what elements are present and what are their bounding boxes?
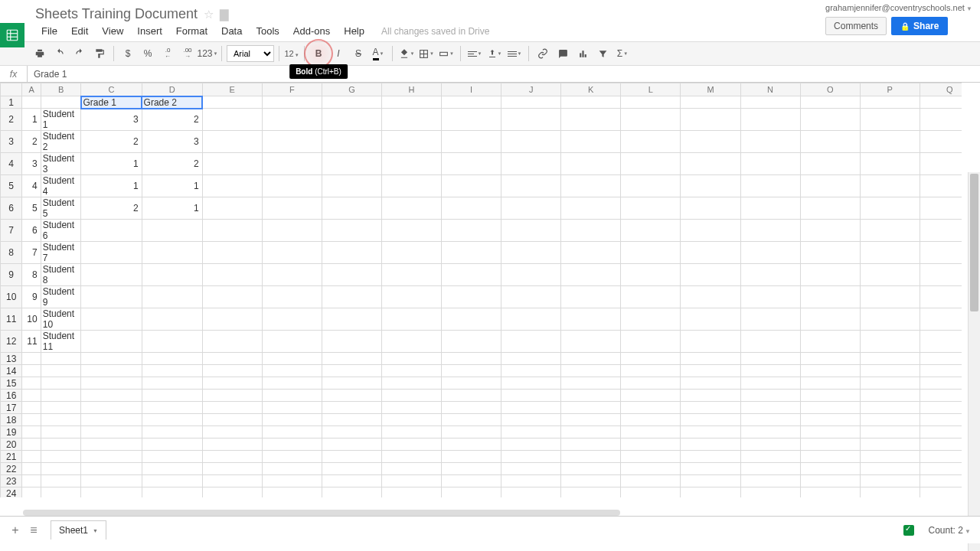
menu-file[interactable]: File <box>35 24 64 38</box>
cell-L22[interactable] <box>621 463 681 475</box>
row-header-3[interactable]: 3 <box>1 131 22 153</box>
increase-decimal-button[interactable]: .00→ <box>178 44 197 63</box>
cell-A7[interactable]: 6 <box>22 220 41 242</box>
cell-E14[interactable] <box>202 365 262 377</box>
cell-K14[interactable] <box>561 365 621 377</box>
cell-Q3[interactable] <box>920 131 962 153</box>
row-header-19[interactable]: 19 <box>1 426 22 439</box>
cell-Q10[interactable] <box>920 286 962 308</box>
vertical-align-button[interactable] <box>485 44 504 63</box>
cell-I17[interactable] <box>442 402 501 414</box>
cell-I23[interactable] <box>442 475 501 487</box>
cell-N1[interactable] <box>740 96 800 109</box>
cell-H10[interactable] <box>381 286 441 308</box>
cell-K15[interactable] <box>561 377 621 390</box>
cell-I4[interactable] <box>442 153 501 175</box>
cell-G15[interactable] <box>322 377 381 390</box>
row-header-16[interactable]: 16 <box>1 390 22 402</box>
app-icon[interactable] <box>0 23 24 47</box>
cell-J4[interactable] <box>501 153 561 175</box>
cell-B17[interactable] <box>41 402 81 414</box>
cell-M20[interactable] <box>681 439 740 451</box>
cell-H23[interactable] <box>381 475 441 487</box>
cell-P18[interactable] <box>860 414 920 426</box>
cell-N11[interactable] <box>740 308 800 331</box>
column-header-D[interactable]: D <box>142 83 202 96</box>
cell-G2[interactable] <box>322 109 381 131</box>
cell-K4[interactable] <box>561 153 621 175</box>
cell-A14[interactable] <box>22 365 41 377</box>
cell-J8[interactable] <box>501 242 561 264</box>
cell-O19[interactable] <box>800 426 860 439</box>
cell-K5[interactable] <box>561 175 621 197</box>
cell-D22[interactable] <box>142 463 202 475</box>
menu-data[interactable]: Data <box>215 24 248 38</box>
cell-Q18[interactable] <box>920 414 962 426</box>
cell-L6[interactable] <box>621 197 681 220</box>
cell-G24[interactable] <box>322 487 381 498</box>
document-title[interactable]: Sheets Training Document <box>35 6 198 22</box>
cell-M4[interactable] <box>681 153 740 175</box>
cell-C2[interactable]: 3 <box>81 109 142 131</box>
cell-Q24[interactable] <box>920 487 962 498</box>
row-header-18[interactable]: 18 <box>1 414 22 426</box>
cell-Q23[interactable] <box>920 475 962 487</box>
cell-F5[interactable] <box>262 175 322 197</box>
cell-L18[interactable] <box>621 414 681 426</box>
cell-P22[interactable] <box>860 463 920 475</box>
merge-cells-button[interactable] <box>437 44 456 63</box>
cell-F21[interactable] <box>262 451 322 463</box>
all-sheets-button[interactable]: ≡ <box>24 521 43 540</box>
cell-C16[interactable] <box>81 390 142 402</box>
cell-I14[interactable] <box>442 365 501 377</box>
text-color-button[interactable]: A <box>369 44 387 63</box>
cell-J15[interactable] <box>501 377 561 390</box>
cell-I22[interactable] <box>442 463 501 475</box>
cell-B7[interactable]: Student 6 <box>41 220 81 242</box>
cell-H7[interactable] <box>381 220 441 242</box>
cell-M5[interactable] <box>681 175 740 197</box>
cell-A17[interactable] <box>22 402 41 414</box>
cell-H14[interactable] <box>381 365 441 377</box>
cell-P5[interactable] <box>860 175 920 197</box>
cell-G1[interactable] <box>322 96 381 109</box>
cell-E7[interactable] <box>202 220 262 242</box>
cell-M9[interactable] <box>681 264 740 286</box>
cell-J7[interactable] <box>501 220 561 242</box>
cell-B12[interactable]: Student 11 <box>41 331 81 353</box>
cell-N13[interactable] <box>740 353 800 365</box>
cell-J14[interactable] <box>501 365 561 377</box>
cell-J22[interactable] <box>501 463 561 475</box>
cell-M6[interactable] <box>681 197 740 220</box>
row-header-12[interactable]: 12 <box>1 331 22 353</box>
cell-D12[interactable] <box>142 331 202 353</box>
cell-P1[interactable] <box>860 96 920 109</box>
cell-K8[interactable] <box>561 242 621 264</box>
cell-H16[interactable] <box>381 390 441 402</box>
cell-L15[interactable] <box>621 377 681 390</box>
cell-F18[interactable] <box>262 414 322 426</box>
cell-L21[interactable] <box>621 451 681 463</box>
cell-J6[interactable] <box>501 197 561 220</box>
cell-G20[interactable] <box>322 439 381 451</box>
cell-H18[interactable] <box>381 414 441 426</box>
cell-A12[interactable]: 11 <box>22 331 41 353</box>
fill-color-button[interactable] <box>397 44 416 63</box>
row-header-14[interactable]: 14 <box>1 365 22 377</box>
cell-K16[interactable] <box>561 390 621 402</box>
cell-N15[interactable] <box>740 377 800 390</box>
cell-Q21[interactable] <box>920 451 962 463</box>
cell-E22[interactable] <box>202 463 262 475</box>
add-sheet-button[interactable]: + <box>6 521 24 540</box>
cell-M22[interactable] <box>681 463 740 475</box>
cell-A24[interactable] <box>22 487 41 498</box>
cell-I6[interactable] <box>442 197 501 220</box>
cell-K7[interactable] <box>561 220 621 242</box>
cell-B24[interactable] <box>41 487 81 498</box>
cell-D13[interactable] <box>142 353 202 365</box>
cell-G7[interactable] <box>322 220 381 242</box>
cell-L11[interactable] <box>621 308 681 331</box>
cell-I9[interactable] <box>442 264 501 286</box>
cell-D6[interactable]: 1 <box>142 197 202 220</box>
row-header-5[interactable]: 5 <box>1 175 22 197</box>
